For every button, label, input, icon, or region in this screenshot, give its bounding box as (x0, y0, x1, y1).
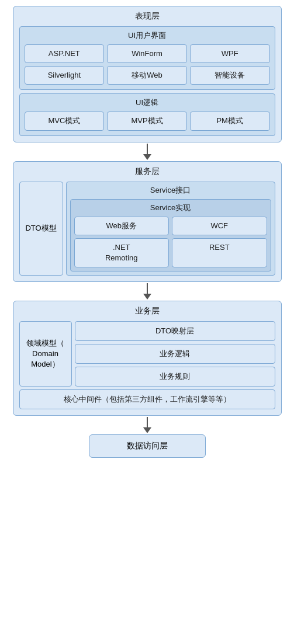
cell-aspnet: ASP.NET (25, 44, 105, 63)
arrow-head-1 (143, 154, 151, 160)
cell-winform: WinForm (107, 44, 187, 63)
arrow-line-2 (147, 283, 148, 294)
arrow-2 (143, 283, 151, 300)
ui-logic-title: UI逻辑 (25, 98, 270, 108)
cell-mobileweb: 移动Web (107, 66, 187, 85)
ui-interface-box: UI用户界面 ASP.NET WinForm WPF Silverlight 移… (19, 26, 275, 90)
service-impl-box: Service实现 Web服务 WCF .NET Remoting REST (70, 199, 271, 272)
cell-silverlight: Silverlight (25, 66, 105, 85)
cell-dotnet-remoting: .NET Remoting (74, 238, 170, 267)
domain-model-box: 领域模型（ Domain Model） (19, 321, 72, 387)
business-layer: 业务层 领域模型（ Domain Model） DTO映射层 业务逻辑 业务规则… (13, 301, 282, 416)
cell-pm: PM模式 (190, 112, 270, 130)
cell-mvc: MVC模式 (25, 112, 105, 130)
service-impl-title: Service实现 (74, 203, 267, 213)
service-layer-title: 服务层 (19, 166, 275, 177)
cell-dto-mapping: DTO映射层 (75, 321, 275, 341)
presentation-layer-title: 表现层 (19, 11, 275, 22)
arrow-line-1 (147, 144, 148, 154)
presentation-layer: 表现层 UI用户界面 ASP.NET WinForm WPF Silverlig… (13, 6, 282, 142)
architecture-diagram: 表现层 UI用户界面 ASP.NET WinForm WPF Silverlig… (13, 6, 282, 458)
business-right: DTO映射层 业务逻辑 业务规则 (75, 321, 275, 387)
cell-wpf: WPF (190, 44, 270, 63)
service-impl-row1: Web服务 WCF (74, 217, 267, 235)
service-impl-row2: .NET Remoting REST (74, 238, 267, 267)
business-inner: 领域模型（ Domain Model） DTO映射层 业务逻辑 业务规则 (19, 321, 275, 387)
cell-wcf: WCF (172, 217, 267, 235)
service-interface-box: Service接口 Service实现 Web服务 WCF .NET Remot… (66, 182, 275, 276)
service-layer: 服务层 DTO模型 Service接口 Service实现 Web服务 WCF … (13, 161, 282, 283)
cell-biz-rules: 业务规则 (75, 367, 275, 387)
arrow-3 (143, 417, 151, 433)
business-layer-title: 业务层 (19, 306, 275, 316)
core-middleware-box: 核心中间件（包括第三方组件，工作流引擎等等） (19, 389, 275, 409)
arrow-head-3 (143, 427, 151, 433)
ui-logic-box: UI逻辑 MVC模式 MVP模式 PM模式 (19, 93, 275, 135)
ui-interface-row2: Silverlight 移动Web 智能设备 (25, 66, 270, 85)
data-access-title: 数据访问层 (127, 441, 168, 450)
ui-logic-cells: MVC模式 MVP模式 PM模式 (25, 112, 270, 130)
arrow-1 (143, 144, 151, 160)
arrow-head-2 (143, 294, 151, 300)
service-inner: DTO模型 Service接口 Service实现 Web服务 WCF .NET… (19, 182, 275, 276)
cell-webservice: Web服务 (74, 217, 170, 235)
cell-rest: REST (172, 238, 267, 267)
cell-mvp: MVP模式 (107, 112, 187, 130)
ui-interface-title: UI用户界面 (25, 30, 270, 41)
data-access-layer: 数据访问层 (89, 434, 206, 458)
ui-interface-row1: ASP.NET WinForm WPF (25, 44, 270, 63)
arrow-line-3 (147, 417, 148, 427)
cell-biz-logic: 业务逻辑 (75, 344, 275, 364)
dto-box: DTO模型 (19, 182, 63, 276)
cell-smartdevice: 智能设备 (190, 66, 270, 85)
service-interface-title: Service接口 (70, 185, 271, 196)
